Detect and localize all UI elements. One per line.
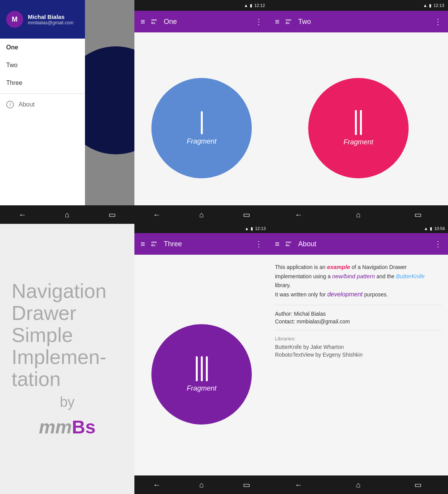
- about-recents-button[interactable]: ▭: [388, 480, 448, 489]
- about-desc1: This application is an: [275, 264, 327, 270]
- home-icon: ⌂: [199, 480, 204, 489]
- home-icon: ⌂: [199, 210, 204, 219]
- recents-icon: ▭: [243, 480, 250, 489]
- promo-logo-mm: mm: [39, 417, 72, 437]
- about-time: 10:56: [434, 226, 445, 231]
- two-bar-2: [360, 110, 362, 135]
- drawer-nav-item-one[interactable]: One: [0, 39, 85, 56]
- fragment-three-screen: ▲ ▮ 12:13 ≡ mm Bs Three ⋮ Fragment ← ⌂: [134, 224, 269, 494]
- drawer-header: M Michal Bialas mmbialas@gmail.com: [0, 0, 85, 39]
- about-status-bar: ▲ ▮ 10:56: [269, 224, 448, 233]
- back-icon: ←: [153, 480, 161, 489]
- one-overflow-icon[interactable]: ⋮: [255, 17, 263, 26]
- recents-icon: ▭: [109, 210, 116, 219]
- two-bar-1: [355, 110, 357, 135]
- drawer-nav-bar: ← ⌂ ▭: [0, 205, 134, 224]
- drawer-nav-item-three[interactable]: Three: [0, 74, 85, 92]
- three-overflow-icon[interactable]: ⋮: [255, 239, 263, 249]
- three-bars: [196, 356, 208, 381]
- drawer-user-name: Michal Bialas: [28, 14, 73, 20]
- drawer-user-info: Michal Bialas mmbialas@gmail.com: [28, 14, 73, 25]
- wifi-icon: ▲: [244, 3, 248, 8]
- one-back-button[interactable]: ←: [134, 210, 179, 219]
- user-avatar: M: [6, 11, 23, 28]
- drawer-nav-item-two[interactable]: Two: [0, 56, 85, 74]
- two-overflow-icon[interactable]: ⋮: [434, 17, 442, 26]
- about-contact: Contact: mmbialas@gmail.com: [275, 318, 442, 325]
- battery-icon: ▮: [250, 3, 252, 8]
- drawer-divider: [0, 93, 85, 94]
- three-recents-button[interactable]: ▭: [224, 480, 269, 489]
- one-hamburger-icon[interactable]: ≡: [141, 17, 145, 26]
- one-bar-1: [201, 111, 203, 134]
- battery-icon: ▮: [429, 3, 431, 8]
- about-development: development: [327, 291, 363, 298]
- about-desc5: It was written only for: [275, 291, 327, 298]
- one-home-button[interactable]: ⌂: [179, 210, 224, 219]
- about-hamburger-icon[interactable]: ≡: [275, 240, 280, 249]
- back-button[interactable]: ←: [0, 210, 45, 219]
- about-nav-bar: ← ⌂ ▭: [269, 475, 448, 494]
- battery-icon: ▮: [251, 226, 253, 231]
- info-icon: i: [6, 101, 14, 108]
- home-button[interactable]: ⌂: [45, 210, 90, 219]
- drawer-backdrop[interactable]: [85, 0, 134, 224]
- about-butterknife: ButterKnife: [396, 273, 424, 279]
- wifi-icon: ▲: [423, 3, 428, 8]
- about-lib-1: ButterKnife by Jake Wharton: [275, 344, 442, 350]
- about-desc4: library.: [275, 282, 291, 288]
- about-libraries-title: Libraries:: [275, 336, 442, 342]
- three-fragment-content: Fragment: [134, 255, 269, 494]
- about-back-button[interactable]: ←: [269, 480, 329, 489]
- about-content: This application is an example of a Navi…: [269, 255, 448, 494]
- home-icon: ⌂: [356, 480, 361, 489]
- three-status-bar: ▲ ▮ 12:13: [134, 224, 269, 233]
- about-lib-2: RobotoTextView by Evgeny Shishkin: [275, 352, 442, 358]
- two-logo: mm Bs: [286, 19, 291, 25]
- two-recents-button[interactable]: ▭: [388, 210, 448, 219]
- back-icon: ←: [295, 480, 302, 489]
- drawer-nav-label-one: One: [6, 44, 18, 51]
- promo-logo-bs: Bs: [72, 417, 95, 437]
- about-desc6: purposes.: [363, 291, 388, 298]
- drawer-user-email: mmbialas@gmail.com: [28, 20, 73, 25]
- back-icon: ←: [295, 210, 302, 219]
- three-app-title: Three: [164, 240, 249, 248]
- wifi-icon: ▲: [424, 226, 428, 231]
- about-newbind: new/bind pattern: [332, 273, 375, 279]
- two-bars: [355, 110, 362, 135]
- drawer-screen: ▲ ▮ 10:56 ≡ mm Bs NavigationDrawerSI ⋮ M…: [0, 0, 134, 224]
- recents-icon: ▭: [414, 480, 422, 489]
- two-app-title: Two: [298, 18, 428, 26]
- three-back-button[interactable]: ←: [134, 480, 179, 489]
- three-time: 12:13: [255, 226, 266, 231]
- battery-icon: ▮: [430, 226, 432, 231]
- one-circle: Fragment: [151, 78, 252, 178]
- two-time: 12:13: [433, 3, 444, 8]
- drawer-about-item[interactable]: i About: [0, 95, 85, 114]
- about-logo: mm Bs: [286, 241, 291, 247]
- two-hamburger-icon[interactable]: ≡: [275, 17, 280, 26]
- drawer-panel: M Michal Bialas mmbialas@gmail.com One T…: [0, 0, 85, 224]
- two-home-button[interactable]: ⌂: [329, 210, 389, 219]
- three-home-button[interactable]: ⌂: [179, 480, 224, 489]
- three-hamburger-icon[interactable]: ≡: [141, 240, 145, 249]
- three-bar-2: [201, 356, 203, 381]
- two-back-button[interactable]: ←: [269, 210, 329, 219]
- one-fragment-content: Fragment: [134, 32, 269, 224]
- home-icon: ⌂: [356, 210, 361, 219]
- about-overflow-icon[interactable]: ⋮: [434, 239, 442, 249]
- three-app-bar: ≡ mm Bs Three ⋮: [134, 233, 269, 255]
- about-home-button[interactable]: ⌂: [329, 480, 389, 489]
- two-fragment-content: Fragment: [269, 32, 448, 224]
- promo-by: by: [12, 394, 123, 410]
- recents-button[interactable]: ▭: [90, 210, 134, 219]
- three-bar-1: [196, 356, 198, 381]
- promo-section: NavigationDrawerSimpleImplemen-tation by…: [0, 224, 134, 494]
- one-recents-button[interactable]: ▭: [224, 210, 269, 219]
- about-divider-2: [275, 330, 442, 330]
- one-app-title: One: [164, 18, 249, 26]
- one-logo: mm Bs: [151, 19, 157, 25]
- one-bars: [201, 111, 203, 134]
- recents-icon: ▭: [414, 210, 422, 219]
